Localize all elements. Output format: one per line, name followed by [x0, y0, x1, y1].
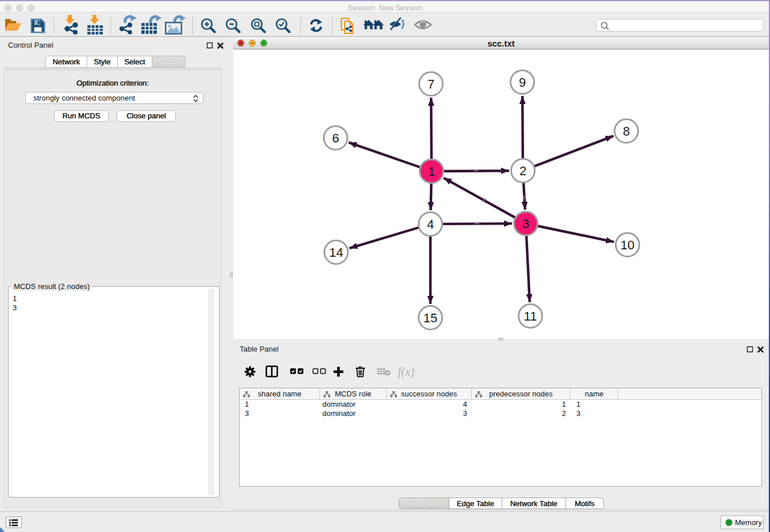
svg-text:15: 15	[424, 311, 437, 325]
svg-text:3: 3	[522, 217, 529, 231]
svg-text:1: 1	[428, 164, 435, 179]
svg-text:4: 4	[427, 217, 434, 232]
svg-text:11: 11	[524, 309, 537, 323]
svg-text:8: 8	[623, 124, 630, 138]
svg-text:2: 2	[519, 164, 526, 178]
svg-text:14: 14	[329, 245, 343, 260]
svg-text:6: 6	[332, 131, 339, 145]
svg-text:10: 10	[621, 238, 634, 252]
svg-text:7: 7	[428, 77, 434, 91]
svg-text:9: 9	[519, 75, 526, 90]
